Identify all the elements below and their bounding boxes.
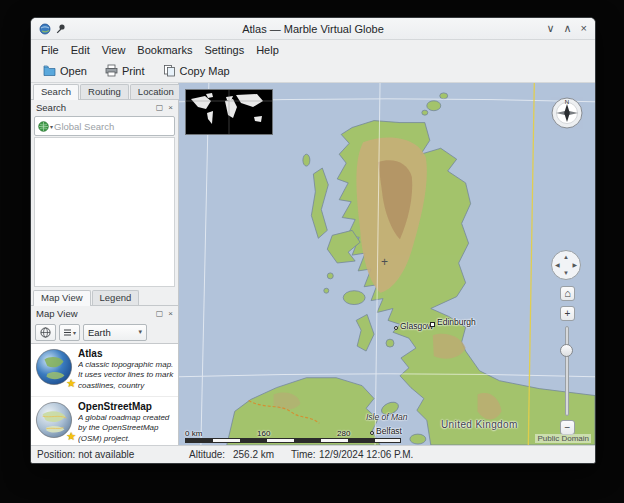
atlas-thumbnail: ★ [35, 348, 73, 386]
sidebar-bottom-tabs: Map View Legend [31, 289, 178, 306]
map-center-crosshair: + [378, 256, 391, 269]
zoom-out-button[interactable]: − [560, 420, 575, 435]
map-theme-list: ★ Atlas A classic topographic map. It us… [31, 343, 178, 445]
status-altitude-value: 256.2 km [233, 449, 274, 460]
celestial-body-value: Earth [88, 327, 111, 338]
copy-map-label: Copy Map [180, 65, 230, 77]
mapview-controls: ▾ Earth ▾ [31, 321, 178, 343]
menu-settings[interactable]: Settings [198, 43, 250, 57]
scale-bar: 0 km 160 280 [185, 429, 401, 443]
search-provider-globe-icon[interactable] [38, 121, 49, 132]
toolbar: Open Print Copy Map [31, 59, 595, 83]
menubar: File Edit View Bookmarks Settings Help [31, 40, 595, 59]
minimize-button[interactable]: ∨ [546, 23, 554, 34]
status-altitude-label: Altitude: [189, 449, 225, 460]
sidebar: Search Routing Location Search ▢ × ▾ [31, 83, 179, 445]
copy-map-button[interactable]: Copy Map [157, 61, 236, 80]
pan-up-icon[interactable]: ▲ [563, 254, 569, 260]
united-kingdom-label[interactable]: United Kingdom [441, 419, 518, 430]
zoom-slider-track[interactable] [565, 326, 569, 416]
window-title: Atlas — Marble Virtual Globe [31, 23, 595, 35]
favorite-star-icon: ★ [66, 377, 76, 390]
marble-window: Atlas — Marble Virtual Globe ∨ ∧ × File … [30, 17, 596, 464]
list-caret-icon: ▾ [73, 329, 76, 336]
home-button[interactable]: ⌂ [560, 286, 575, 301]
status-time-value: 12/9/2024 12:06 P.M. [319, 449, 413, 460]
app-globe-icon [39, 23, 51, 35]
open-label: Open [60, 65, 87, 77]
print-icon [105, 64, 118, 77]
map-viewport[interactable]: N ▲ ▼ ◀ ▶ ⌂ + − + Glasgow [179, 83, 595, 445]
edinburgh-marker[interactable] [430, 322, 435, 327]
mapview-panel-title: Map View [36, 308, 151, 319]
tab-routing[interactable]: Routing [80, 84, 129, 99]
search-dock-header: Search ▢ × [31, 100, 178, 115]
isle-of-man-label[interactable]: Isle of Man [366, 412, 408, 422]
copy-icon [163, 64, 176, 77]
print-label: Print [122, 65, 145, 77]
scale-mid-label: 160 [257, 429, 270, 438]
edinburgh-label[interactable]: Edinburgh [437, 317, 476, 327]
compass-rose[interactable]: N [551, 97, 583, 129]
tab-search[interactable]: Search [33, 84, 79, 100]
menu-view[interactable]: View [96, 43, 132, 57]
zoom-slider-handle[interactable] [560, 344, 573, 357]
tab-map-view[interactable]: Map View [33, 290, 91, 306]
pan-right-icon[interactable]: ▶ [572, 262, 577, 268]
status-position: Position: not available [37, 449, 134, 460]
float-panel-icon[interactable]: ▢ [156, 104, 164, 112]
combo-caret-icon: ▾ [138, 328, 142, 336]
scale-stripes [185, 438, 401, 443]
theme-name: Atlas [78, 348, 174, 359]
mapview-dock-header: Map View ▢ × [31, 306, 178, 321]
search-panel-title: Search [36, 102, 151, 113]
tab-legend[interactable]: Legend [92, 290, 140, 305]
glasgow-label[interactable]: Glasgow [400, 321, 433, 331]
menu-file[interactable]: File [35, 43, 65, 57]
open-button[interactable]: Open [37, 61, 93, 80]
titlebar[interactable]: Atlas — Marble Virtual Globe ∨ ∧ × [31, 18, 595, 40]
glasgow-marker[interactable] [394, 326, 398, 330]
theme-item-openstreetmap[interactable]: ★ OpenStreetMap A global roadmap created… [31, 397, 178, 445]
scale-zero-label: 0 km [185, 429, 202, 438]
close-panel-icon[interactable]: × [168, 104, 173, 112]
search-provider-caret-icon[interactable]: ▾ [50, 123, 53, 130]
menu-bookmarks[interactable]: Bookmarks [131, 43, 198, 57]
print-button[interactable]: Print [99, 61, 151, 80]
search-results-area[interactable] [34, 137, 175, 287]
menu-edit[interactable]: Edit [65, 43, 96, 57]
list-icon [63, 328, 72, 337]
theme-description: A classic topographic map. It uses vecto… [78, 360, 174, 393]
favorite-star-icon: ★ [66, 430, 76, 443]
float-panel-icon[interactable]: ▢ [156, 310, 164, 318]
theme-description: A global roadmap created by the OpenStre… [78, 413, 174, 444]
desktop-background: Atlas — Marble Virtual Globe ∨ ∧ × File … [0, 0, 624, 503]
license-label: Public Domain [535, 434, 591, 443]
search-field-row: ▾ [34, 116, 175, 136]
status-time-label: Time: [291, 449, 316, 460]
theme-item-atlas[interactable]: ★ Atlas A classic topographic map. It us… [31, 344, 178, 397]
maximize-button[interactable]: ∧ [564, 23, 572, 34]
statusbar: Position: not available Altitude: 256.2 … [31, 445, 595, 463]
close-button[interactable]: × [581, 23, 587, 34]
map-list-button[interactable]: ▾ [59, 324, 80, 341]
openstreetmap-thumbnail: ★ [35, 401, 73, 439]
overview-map[interactable] [185, 89, 273, 135]
menu-help[interactable]: Help [250, 43, 285, 57]
zoom-in-button[interactable]: + [560, 306, 575, 321]
celestial-body-select[interactable]: Earth ▾ [83, 324, 147, 341]
projection-globe-button[interactable] [35, 324, 56, 341]
search-input[interactable] [54, 121, 171, 132]
scale-end-label: 280 [337, 429, 350, 438]
theme-name: OpenStreetMap [78, 401, 174, 412]
pan-control[interactable]: ▲ ▼ ◀ ▶ [551, 250, 581, 280]
tab-location[interactable]: Location [130, 84, 182, 99]
globe-projection-icon [40, 327, 51, 338]
compass-north-label: N [565, 99, 569, 105]
pan-left-icon[interactable]: ◀ [555, 262, 560, 268]
pin-icon[interactable] [55, 23, 66, 34]
close-panel-icon[interactable]: × [168, 310, 173, 318]
pan-down-icon[interactable]: ▼ [563, 270, 569, 276]
open-folder-icon [43, 64, 56, 77]
sidebar-top-tabs: Search Routing Location [31, 83, 178, 100]
